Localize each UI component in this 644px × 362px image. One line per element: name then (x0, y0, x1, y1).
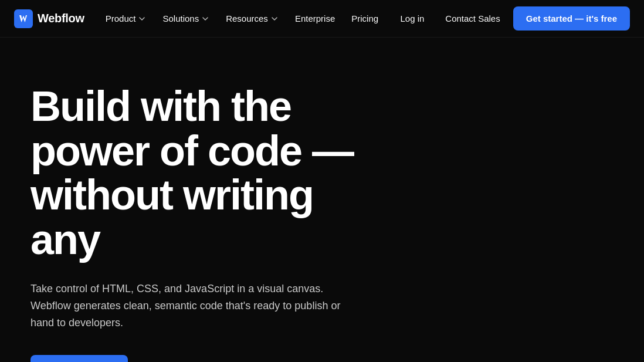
chevron-down-icon (201, 15, 209, 23)
login-link[interactable]: Log in (392, 9, 432, 28)
nav-links: Product Solutions Resources (99, 9, 385, 28)
nav-item-enterprise-label: Enterprise (295, 13, 335, 23)
nav-item-pricing[interactable]: Pricing (344, 9, 385, 28)
nav-item-resources-label: Resources (226, 13, 268, 23)
hero-headline: Build with the power of code — without w… (30, 84, 392, 262)
nav-item-product[interactable]: Product (99, 9, 154, 28)
svg-rect-0 (14, 9, 33, 28)
nav-item-pricing-label: Pricing (351, 13, 378, 23)
nav-item-resources[interactable]: Resources (219, 9, 286, 28)
chevron-down-icon (270, 15, 279, 23)
nav-item-solutions[interactable]: Solutions (155, 9, 216, 28)
hero-section: Build with the power of code — without w… (0, 38, 422, 362)
contact-sales-link[interactable]: Contact Sales (437, 9, 508, 28)
webflow-logo-icon (14, 9, 33, 28)
logo-text: Webflow (38, 12, 84, 25)
hero-subtext: Take control of HTML, CSS, and JavaScrip… (30, 280, 347, 331)
navigation: Webflow Product Solutions Resources (0, 0, 644, 38)
chevron-down-icon (138, 15, 146, 23)
nav-item-product-label: Product (106, 13, 136, 23)
nav-item-enterprise[interactable]: Enterprise (288, 9, 342, 28)
logo-link[interactable]: Webflow (14, 9, 84, 28)
nav-item-solutions-label: Solutions (162, 13, 199, 23)
start-building-button[interactable]: Start building (30, 355, 128, 362)
nav-left: Webflow Product Solutions Resources (14, 9, 385, 28)
nav-right: Log in Contact Sales Get started — it's … (392, 6, 630, 31)
get-started-button[interactable]: Get started — it's free (513, 6, 630, 31)
